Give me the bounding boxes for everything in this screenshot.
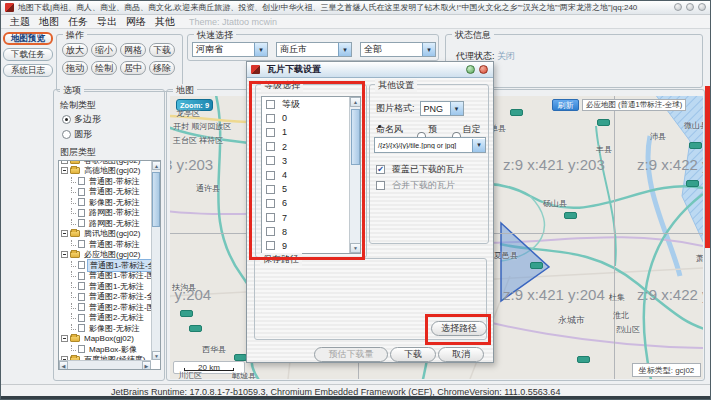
op-button-绘制[interactable]: 绘制 xyxy=(91,61,117,75)
op-button-网格[interactable]: 网格 xyxy=(120,43,146,57)
scroll-up-icon[interactable]: ▲ xyxy=(152,161,161,170)
collapse-icon[interactable] xyxy=(61,335,68,342)
tree-item[interactable]: 影像图-无标注 xyxy=(59,197,151,208)
checkbox-icon[interactable] xyxy=(266,199,275,208)
tree-item[interactable]: 腾讯地图(gcj02) xyxy=(59,229,151,240)
radio-circle[interactable]: 圆形 xyxy=(62,128,92,141)
level-row[interactable]: 5 xyxy=(262,182,349,196)
title-bar[interactable]: 地图下载|商祖、商人、商业、商品、商文化,欢迎来商丘旅游、投资、创业!中华火祖、… xyxy=(1,1,710,15)
checkbox-icon[interactable] xyxy=(266,156,275,165)
menu-item-3[interactable]: 任务 xyxy=(68,15,88,29)
checkbox-icon[interactable] xyxy=(266,213,275,222)
merge-checkbox[interactable]: 合并下载的瓦片 xyxy=(376,179,455,192)
tree-item[interactable]: 影像图-无标注 xyxy=(59,323,151,334)
op-button-放大[interactable]: 放大 xyxy=(62,43,88,57)
cancel-button[interactable]: 取消 xyxy=(438,347,484,362)
menu-item-6[interactable]: 其他 xyxy=(155,15,175,29)
dialog-title-bar[interactable]: 瓦片下载设置 xyxy=(247,62,493,78)
level-list[interactable]: 等级0123456789 ▲ ▼ xyxy=(261,96,361,254)
level-row[interactable]: 4 xyxy=(262,168,349,182)
tree-item[interactable]: 普通图-带标注 xyxy=(59,176,151,187)
level-row[interactable]: 8 xyxy=(262,225,349,239)
collapse-icon[interactable] xyxy=(61,230,68,237)
scroll-right-icon[interactable]: ▶ xyxy=(142,361,151,370)
level-row[interactable]: 3 xyxy=(262,154,349,168)
tree-vertical-scrollbar[interactable]: ▲ ▼ xyxy=(151,161,160,360)
tree-horizontal-scrollbar[interactable]: ◀ ▶ xyxy=(59,360,151,369)
checkbox-icon[interactable] xyxy=(266,128,275,137)
tree-item[interactable]: 普通图1-带标注-全球 xyxy=(59,260,151,271)
level-scroll-thumb[interactable] xyxy=(351,109,360,165)
chevron-down-icon[interactable]: ▾ xyxy=(472,139,485,152)
scroll-down-icon[interactable]: ▼ xyxy=(350,243,361,253)
download-button[interactable]: 下载 xyxy=(390,347,436,362)
side-tab-地图预览[interactable]: 地图预览 xyxy=(3,32,53,45)
minimize-button[interactable] xyxy=(674,3,682,11)
op-button-移除[interactable]: 移除 xyxy=(149,61,175,75)
level-row[interactable]: 0 xyxy=(262,111,349,125)
chevron-down-icon[interactable]: ▾ xyxy=(338,43,351,56)
collapse-icon[interactable] xyxy=(61,167,68,174)
layer-tree[interactable]: 谷歌地图(gcj02)高德地图(gcj02)普通图-带标注普通图-无标注影像图-… xyxy=(58,160,161,370)
chevron-down-icon[interactable]: ▾ xyxy=(422,43,435,56)
checkbox-icon[interactable] xyxy=(266,100,275,109)
dialog-restore-button[interactable] xyxy=(466,65,475,74)
level-row[interactable]: 9 xyxy=(262,239,349,253)
side-tab-系统日志[interactable]: 系统日志 xyxy=(3,64,53,77)
scroll-up-icon[interactable]: ▲ xyxy=(350,97,361,107)
checkbox-icon[interactable] xyxy=(266,171,275,180)
side-tab-下载任务[interactable]: 下载任务 xyxy=(3,48,53,61)
level-row[interactable]: 2 xyxy=(262,140,349,154)
op-button-拖动[interactable]: 拖动 xyxy=(62,61,88,75)
choose-path-button[interactable]: 选择路径 xyxy=(431,321,487,336)
quick-select-combo[interactable]: 河南省▾ xyxy=(192,42,268,57)
radio-polygon[interactable]: 多边形 xyxy=(62,113,101,126)
scroll-down-icon[interactable]: ▼ xyxy=(152,351,161,360)
tree-item[interactable]: 普通图-无标注 xyxy=(59,187,151,198)
level-row[interactable]: 7 xyxy=(262,211,349,225)
checkbox-icon[interactable] xyxy=(266,142,275,151)
level-row[interactable]: 1 xyxy=(262,125,349,139)
menu-item-5[interactable]: 网络 xyxy=(126,15,146,29)
quick-select-combo[interactable]: 商丘市▾ xyxy=(276,42,352,57)
maximize-button[interactable] xyxy=(686,3,694,11)
op-button-居中[interactable]: 居中 xyxy=(120,61,146,75)
checkbox-icon[interactable] xyxy=(266,227,275,236)
close-button[interactable] xyxy=(698,3,706,11)
tree-item[interactable]: 高德地图(gcj02) xyxy=(59,166,151,177)
checkbox-icon[interactable] xyxy=(266,114,275,123)
menu-item-2[interactable]: 地图 xyxy=(39,15,59,29)
menu-item-1[interactable]: 主题 xyxy=(10,15,30,29)
tree-scroll-thumb[interactable] xyxy=(152,172,160,227)
overwrite-checkbox[interactable]: ✔ 覆盖已下载的瓦片 xyxy=(376,163,464,176)
tree-item[interactable]: 路网图-带标注 xyxy=(59,208,151,219)
tree-item[interactable]: MapBox(gj02) xyxy=(59,334,151,345)
tree-item[interactable]: 普通图1-无标注 xyxy=(59,281,151,292)
tree-item[interactable]: 普通图-带标注 xyxy=(59,239,151,250)
op-button-下载[interactable]: 下载 xyxy=(149,43,175,57)
tree-item[interactable]: MapBox-影像 xyxy=(59,344,151,355)
menu-item-4[interactable]: 导出 xyxy=(97,15,117,29)
chevron-down-icon[interactable]: ▾ xyxy=(254,43,267,56)
checkbox-icon[interactable] xyxy=(266,185,275,194)
refresh-button[interactable]: 刷新 xyxy=(552,99,579,111)
path-pattern-select[interactable]: /{z}/{x}/{y}/tile.[png or jpg] ▾ xyxy=(374,137,486,153)
tree-item[interactable]: 路网图-无标注 xyxy=(59,218,151,229)
dialog-close-button[interactable] xyxy=(479,65,488,74)
scroll-left-icon[interactable]: ◀ xyxy=(59,361,68,370)
checkbox-icon[interactable] xyxy=(266,241,275,250)
tree-item[interactable]: 普通图2-带标注-国内 xyxy=(59,302,151,313)
tree-item[interactable]: 普通图2-带标注-全球 xyxy=(59,292,151,303)
level-row[interactable]: 6 xyxy=(262,196,349,210)
level-row[interactable]: 等级 xyxy=(262,97,349,111)
tree-item[interactable]: 普通图1-带标注-国内 xyxy=(59,271,151,282)
chevron-down-icon[interactable]: ▾ xyxy=(450,102,463,115)
op-button-缩小[interactable]: 缩小 xyxy=(91,43,117,57)
collapse-icon[interactable] xyxy=(61,251,68,258)
tree-item[interactable]: 普通图2-无标注 xyxy=(59,313,151,324)
road-badge xyxy=(189,325,202,332)
collapse-icon[interactable] xyxy=(61,161,68,164)
level-list-scrollbar[interactable]: ▲ ▼ xyxy=(349,97,360,253)
format-select[interactable]: PNG ▾ xyxy=(420,101,464,116)
quick-select-combo[interactable]: 全部▾ xyxy=(360,42,436,57)
